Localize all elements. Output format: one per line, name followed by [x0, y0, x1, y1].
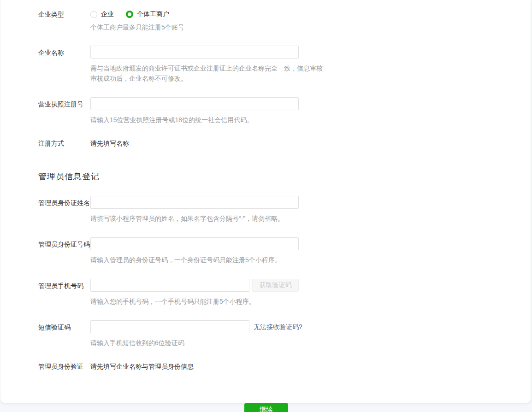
- radio-enterprise[interactable]: 企业: [90, 10, 114, 18]
- continue-button[interactable]: 继续: [244, 403, 288, 412]
- radio-enterprise-label: 企业: [101, 10, 114, 18]
- license-number-label: 营业执照注册号: [38, 97, 90, 125]
- row-admin-name: 管理员身份证姓名 请填写该小程序管理员的姓名，如果名字包含分隔号“·”，请勿省略…: [38, 196, 531, 224]
- license-number-helper: 请输入15位营业执照注册号或18位的统一社会信用代码。: [90, 115, 358, 125]
- license-number-input[interactable]: [90, 97, 299, 110]
- row-admin-id: 管理员身份证号码 请输入管理员的身份证号码，一个身份证号码只能注册5个小程序。: [38, 237, 531, 265]
- row-license-number: 营业执照注册号 请输入15位营业执照注册号或18位的统一社会信用代码。: [38, 97, 531, 125]
- row-enterprise-name: 企业名称 需与当地政府颁发的商业许可证书或企业注册证上的企业名称完全一致，信息审…: [38, 46, 531, 83]
- row-sms-code: 短信验证码 无法接收验证码? 请输入手机短信收到的6位验证码: [38, 320, 531, 348]
- row-admin-verify: 管理员身份验证 请先填写企业名称与管理员身份信息: [38, 362, 531, 371]
- continue-button-row: 继续: [0, 403, 532, 412]
- radio-selected-icon[interactable]: [126, 11, 133, 18]
- enterprise-type-label: 企业类型: [38, 9, 90, 32]
- enterprise-name-label: 企业名称: [38, 46, 90, 83]
- row-registration-method: 注册方式 请先填写名称: [38, 139, 531, 148]
- registration-form-card: 企业类型 企业 个体工商户 个体工商户最多只能注册5个账号 企业名称: [0, 0, 531, 403]
- registration-method-label: 注册方式: [38, 139, 90, 148]
- registration-page: 企业类型 企业 个体工商户 个体工商户最多只能注册5个账号 企业名称: [0, 0, 532, 412]
- sms-code-input[interactable]: [90, 320, 249, 333]
- admin-phone-input[interactable]: [90, 279, 249, 292]
- admin-name-helper: 请填写该小程序管理员的姓名，如果名字包含分隔号“·”，请勿省略。: [90, 213, 358, 224]
- registration-method-value: 请先填写名称: [90, 139, 531, 148]
- get-verification-code-button[interactable]: 获取验证码: [252, 279, 299, 292]
- admin-name-label: 管理员身份证姓名: [38, 196, 90, 224]
- row-enterprise-type: 企业类型 企业 个体工商户 个体工商户最多只能注册5个账号: [38, 9, 531, 32]
- cannot-receive-code-link[interactable]: 无法接收验证码?: [254, 320, 302, 333]
- admin-verify-label: 管理员身份验证: [38, 362, 90, 371]
- admin-id-helper: 请输入管理员的身份证号码，一个身份证号码只能注册5个小程序。: [90, 255, 358, 265]
- radio-individual-business-label: 个体工商户: [137, 10, 169, 18]
- admin-section-title: 管理员信息登记: [38, 171, 531, 182]
- enterprise-name-helper-line1: 需与当地政府颁发的商业许可证书或企业注册证上的企业名称完全一致，信息审核: [90, 63, 358, 73]
- sms-code-label: 短信验证码: [38, 320, 90, 348]
- admin-verify-value: 请先填写企业名称与管理员身份信息: [90, 362, 531, 371]
- enterprise-type-radio-group: 企业 个体工商户: [90, 9, 531, 19]
- radio-individual-business[interactable]: 个体工商户: [126, 10, 169, 18]
- admin-name-input[interactable]: [90, 196, 299, 209]
- admin-id-label: 管理员身份证号码: [38, 237, 90, 265]
- admin-phone-helper: 请输入您的手机号码，一个手机号码只能注册5个小程序。: [90, 296, 358, 306]
- enterprise-name-helper-line2: 审核成功后，企业名称不可修改。: [90, 73, 358, 83]
- enterprise-name-helper: 需与当地政府颁发的商业许可证书或企业注册证上的企业名称完全一致，信息审核 审核成…: [90, 63, 358, 83]
- enterprise-type-helper: 个体工商户最多只能注册5个账号: [90, 23, 531, 32]
- row-admin-phone: 管理员手机号码 获取验证码 请输入您的手机号码，一个手机号码只能注册5个小程序。: [38, 279, 531, 306]
- radio-unselected-icon[interactable]: [90, 11, 97, 18]
- admin-id-input[interactable]: [90, 237, 299, 250]
- enterprise-name-input[interactable]: [90, 46, 299, 59]
- sms-code-helper: 请输入手机短信收到的6位验证码: [90, 338, 358, 348]
- admin-phone-label: 管理员手机号码: [38, 279, 90, 306]
